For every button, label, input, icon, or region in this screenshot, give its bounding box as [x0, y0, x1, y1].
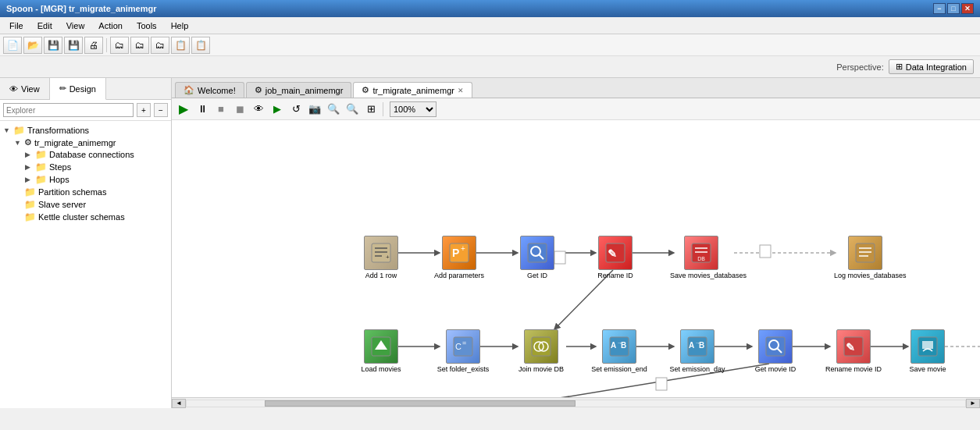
node-icon-setemissionend: AB→	[602, 329, 636, 364]
main-layout: 👁 View ✏ Design + − ▼ 📁 Transformations …	[0, 78, 980, 408]
svg-text:→: →	[695, 340, 700, 346]
svg-text:=: =	[462, 339, 466, 346]
node-label-savemovdb: Save movies_databases	[670, 272, 732, 279]
run-button[interactable]: ▶	[269, 101, 286, 118]
open-button[interactable]: 📂	[23, 37, 42, 54]
tree-label-kettle: Kettle cluster schemas	[38, 212, 125, 222]
folder-icon-5: 📁	[24, 187, 36, 197]
pause-button[interactable]: ⏸	[194, 101, 211, 118]
window-controls: − □ ✕	[933, 3, 974, 14]
node-label-savemovie: Save movie	[909, 365, 946, 373]
tree-item-slave[interactable]: 📁 Slave server	[3, 198, 168, 211]
stop-button[interactable]: ■	[212, 101, 230, 118]
menu-action[interactable]: Action	[92, 20, 129, 32]
sidebar-tab-design[interactable]: ✏ Design	[50, 78, 106, 100]
maximize-button[interactable]: □	[947, 3, 960, 14]
horizontal-scrollbar[interactable]: ◄ ►	[172, 397, 980, 408]
explore5-button[interactable]: 📋	[191, 37, 210, 54]
svg-text:A: A	[611, 341, 616, 350]
svg-text:✎: ✎	[846, 341, 855, 354]
tab-close-icon[interactable]: ✕	[458, 87, 464, 94]
node-getid[interactable]: Get ID	[506, 236, 568, 279]
explore2-button[interactable]: 🗂	[130, 37, 149, 54]
explore4-button[interactable]: 📋	[171, 37, 190, 54]
node-setemissionend[interactable]: AB→ Set emission_end	[584, 329, 654, 373]
explore3-button[interactable]: 🗂	[151, 37, 169, 54]
canvas-toolbar: ▶ ⏸ ■ ◼ 👁 ▶ ↺ 📷 🔍 🔍 ⊞ 100% 75% 50% 150%	[172, 98, 980, 120]
design-icon: ✏	[59, 84, 66, 94]
node-add1row[interactable]: + Add 1 row	[350, 236, 412, 279]
grid-button[interactable]: ⊞	[362, 101, 380, 118]
tab-bar: 🏠 Welcome! ⚙ job_main_animemgr ⚙ tr_migr…	[172, 78, 980, 98]
tree-item-dbconn[interactable]: ▶ 📁 Database connections	[3, 148, 168, 161]
node-setemissionday[interactable]: AB→ Set emission_day	[662, 329, 732, 373]
node-renamemovieid[interactable]: ✎ Rename movie ID	[818, 329, 889, 373]
node-loadmovies[interactable]: Load movies	[350, 329, 412, 373]
explorer-tree: ▼ 📁 Transformations ▼ ⚙ tr_migrate_anime…	[0, 121, 171, 408]
perspective-button[interactable]: ⊞ Data Integration	[889, 59, 974, 74]
stop2-button[interactable]: ◼	[231, 101, 248, 118]
tr-icon: ⚙	[362, 85, 369, 95]
tree-item-partition[interactable]: 📁 Partition schemas	[3, 186, 168, 198]
svg-text:DB: DB	[697, 256, 705, 261]
tree-item-hops[interactable]: ▶ 📁 Hops	[3, 173, 168, 186]
sidebar-tab-view[interactable]: 👁 View	[0, 78, 50, 99]
node-setfolder[interactable]: C= Set folder_exists	[428, 329, 498, 373]
search-expand-btn[interactable]: +	[137, 103, 151, 117]
zoom-out-button[interactable]: 🔍	[344, 101, 361, 118]
view-icon: 👁	[9, 84, 18, 94]
folder-icon-2: 📁	[35, 149, 47, 160]
toolbar-separator-1	[106, 38, 107, 52]
tree-item-steps[interactable]: ▶ 📁 Steps	[3, 161, 168, 173]
close-button[interactable]: ✕	[961, 3, 974, 14]
save-button[interactable]: 💾	[44, 37, 62, 54]
zoom-button[interactable]: 🔍	[325, 101, 342, 118]
canvas[interactable]: + Add 1 row P+ Add parameters Get	[172, 120, 980, 397]
preview-button[interactable]: 👁	[250, 101, 267, 118]
menu-view[interactable]: View	[60, 20, 91, 32]
menu-edit[interactable]: Edit	[31, 20, 59, 32]
tab-welcome[interactable]: 🏠 Welcome!	[175, 82, 244, 98]
run2-button[interactable]: ↺	[287, 101, 305, 118]
menu-help[interactable]: Help	[165, 20, 195, 32]
tree-item-kettle[interactable]: 📁 Kettle cluster schemas	[3, 211, 168, 223]
perspective-value: Data Integration	[906, 62, 967, 72]
new-button[interactable]: 📄	[3, 37, 22, 54]
tree-label-dbconn: Database connections	[49, 150, 134, 159]
print-button[interactable]: 🖨	[84, 37, 103, 54]
zoom-select[interactable]: 100% 75% 50% 150%	[390, 101, 437, 117]
scroll-thumb[interactable]	[265, 400, 576, 407]
svg-text:P: P	[452, 247, 459, 259]
search-collapse-btn[interactable]: −	[154, 103, 168, 117]
node-logmovdb[interactable]: Log movies_databases	[826, 236, 904, 279]
scroll-track[interactable]	[186, 400, 966, 407]
node-addparams[interactable]: P+ Add parameters	[428, 236, 490, 279]
node-icon-renamemovieid: ✎	[836, 329, 871, 364]
node-savemovie[interactable]: Save movie	[896, 329, 959, 373]
menu-tools[interactable]: Tools	[130, 20, 163, 32]
node-joinmovdb[interactable]: Join movie DB	[506, 329, 576, 373]
play-button[interactable]: ▶	[175, 101, 192, 118]
node-getmovieid[interactable]: Get movie ID	[740, 329, 811, 373]
search-input[interactable]	[3, 103, 134, 117]
scroll-left-btn[interactable]: ◄	[172, 399, 186, 408]
node-savemovdb[interactable]: DB Save movies_databases	[662, 236, 740, 279]
explore-button[interactable]: 🗂	[110, 37, 129, 54]
sidebar: 👁 View ✏ Design + − ▼ 📁 Transformations …	[0, 78, 172, 408]
tab-tr-migrate[interactable]: ⚙ tr_migrate_animemgr ✕	[353, 82, 472, 98]
tab-job-main[interactable]: ⚙ job_main_animemgr	[246, 82, 352, 98]
perspective-label: Perspective:	[836, 62, 884, 72]
tree-item-transformations[interactable]: ▼ 📁 Transformations	[3, 124, 168, 137]
title-bar: Spoon - [MGR] tr_migrate_animemgr − □ ✕	[0, 0, 980, 17]
snapshot-button[interactable]: 📷	[306, 101, 323, 118]
minimize-button[interactable]: −	[933, 3, 946, 14]
saveas-button[interactable]: 💾	[64, 37, 83, 54]
node-label-setfolder: Set folder_exists	[437, 365, 490, 373]
node-label-add1row: Add 1 row	[365, 272, 397, 279]
node-icon-getmovieid	[758, 329, 793, 364]
folder-icon-6: 📁	[24, 199, 36, 210]
menu-file[interactable]: File	[3, 20, 30, 32]
scroll-right-btn[interactable]: ►	[966, 399, 980, 408]
node-renameid[interactable]: ✎ Rename ID	[584, 236, 647, 279]
tree-item-trmigrate[interactable]: ▼ ⚙ tr_migrate_animemgr	[3, 137, 168, 148]
